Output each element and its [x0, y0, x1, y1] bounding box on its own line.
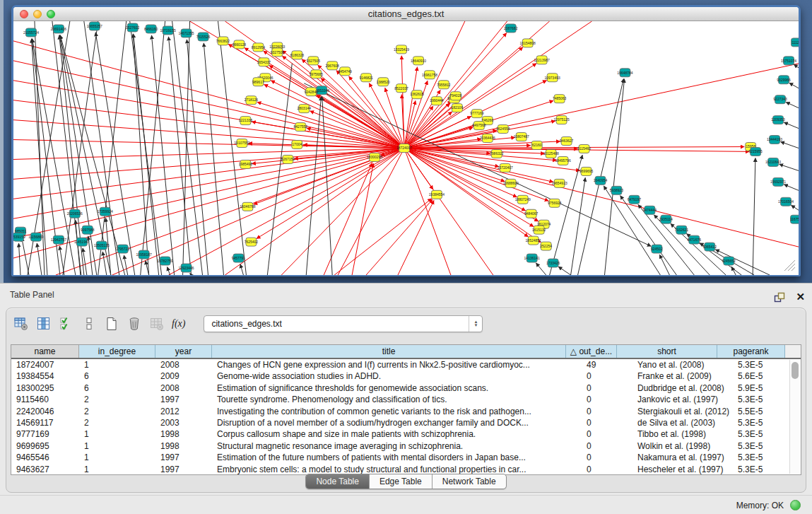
- cell-in_degree[interactable]: 2: [79, 394, 155, 405]
- cell-name[interactable]: 19384554: [11, 370, 79, 382]
- network-node[interactable]: 1985498: [239, 160, 253, 168]
- float-panel-icon[interactable]: [772, 289, 787, 305]
- network-node[interactable]: 11156869: [28, 233, 44, 241]
- tab-edge-table[interactable]: Edge Table: [370, 474, 433, 489]
- network-node[interactable]: 2087682: [504, 24, 518, 33]
- network-node[interactable]: 9463627: [560, 137, 574, 146]
- cell-in_degree[interactable]: 2: [79, 417, 155, 428]
- cell-name[interactable]: 9115460: [11, 394, 79, 405]
- delete-rows-icon[interactable]: [126, 316, 142, 332]
- network-node[interactable]: 16782759: [158, 257, 173, 265]
- cell-title[interactable]: Changes of HCN gene expression and I(f) …: [212, 359, 582, 370]
- network-node[interactable]: 9115460: [577, 145, 591, 153]
- resize-grip-icon[interactable]: [792, 267, 795, 271]
- network-node[interactable]: 14671355: [178, 29, 194, 37]
- network-node[interactable]: 1362615: [410, 90, 424, 99]
- cell-short[interactable]: Jankovic et al. (1997): [632, 394, 733, 405]
- cell-out_de[interactable]: 0: [582, 440, 632, 452]
- column-header-year[interactable]: year: [155, 345, 212, 358]
- network-node[interactable]: 20691406: [51, 25, 66, 33]
- network-node[interactable]: 8522037: [394, 84, 408, 93]
- network-node[interactable]: 9457791: [232, 254, 246, 262]
- network-node[interactable]: 8454749: [338, 67, 352, 76]
- network-node[interactable]: 10655257: [87, 22, 102, 30]
- window-close-icon[interactable]: [20, 10, 28, 18]
- network-node[interactable]: 16046788: [240, 202, 255, 211]
- column-header-short[interactable]: short: [617, 345, 717, 358]
- cell-title[interactable]: Disruption of a novel member of a sodium…: [212, 417, 582, 428]
- vertical-scrollbar[interactable]: [789, 360, 800, 474]
- cell-year[interactable]: 2008: [155, 382, 212, 394]
- network-node[interactable]: 9227343: [773, 95, 787, 104]
- network-node[interactable]: 1990444: [430, 97, 444, 105]
- network-node[interactable]: 10107552: [234, 139, 249, 148]
- network-node[interactable]: 10807487: [514, 133, 529, 141]
- network-node[interactable]: 62160: [531, 141, 542, 150]
- network-node[interactable]: 5975685: [310, 70, 324, 78]
- network-node[interactable]: 116753: [790, 215, 799, 223]
- scrollbar-thumb[interactable]: [792, 362, 799, 379]
- cell-out_de[interactable]: 0: [582, 452, 632, 463]
- cell-name[interactable]: 22420046: [11, 406, 79, 417]
- network-node[interactable]: 8471676: [688, 235, 702, 244]
- network-node[interactable]: 20364436: [480, 134, 495, 143]
- cell-name[interactable]: 18300295: [11, 382, 79, 394]
- network-node[interactable]: 1527602: [126, 23, 140, 32]
- network-node[interactable]: 12975125: [554, 116, 570, 124]
- network-node[interactable]: 10958187: [136, 250, 152, 259]
- network-node[interactable]: 2967608: [326, 62, 340, 70]
- network-node[interactable]: 9245652: [722, 257, 736, 265]
- cell-title[interactable]: Genome-wide association studies in ADHD.: [212, 370, 582, 382]
- network-node[interactable]: 7955812: [437, 81, 451, 89]
- network-node[interactable]: 12942757: [51, 235, 66, 244]
- cell-in_degree[interactable]: 1: [79, 359, 155, 370]
- cell-year[interactable]: 2009: [155, 370, 212, 382]
- column-header-pagerank[interactable]: pagerank: [717, 345, 785, 358]
- dropdown-stepper-icon[interactable]: ▲▼: [469, 316, 482, 332]
- cell-out_de[interactable]: 0: [582, 417, 632, 428]
- cell-in_degree[interactable]: 6: [79, 370, 155, 382]
- network-node[interactable]: 1209353: [771, 116, 785, 124]
- delete-table-icon[interactable]: [149, 316, 165, 332]
- cell-name[interactable]: 9465546: [11, 452, 79, 463]
- network-node[interactable]: 9215955: [748, 148, 763, 156]
- network-canvas[interactable]: 2105572420691406106552571527602846616010…: [13, 21, 799, 275]
- table-settings-icon[interactable]: [13, 316, 29, 332]
- network-node[interactable]: 9699695: [579, 167, 594, 175]
- network-node[interactable]: 19384554: [429, 190, 445, 199]
- cell-short[interactable]: Tibbo et al. (1998): [632, 428, 733, 440]
- network-node[interactable]: 252254: [540, 242, 552, 250]
- column-header-in_degree[interactable]: in_degree: [79, 345, 155, 358]
- network-node[interactable]: 9756928: [548, 199, 562, 207]
- network-node[interactable]: 8660128: [233, 40, 247, 49]
- network-node[interactable]: 1654337: [257, 58, 271, 66]
- cell-year[interactable]: 1998: [155, 428, 212, 440]
- network-node[interactable]: 989617: [252, 78, 264, 86]
- network-node[interactable]: 1388520: [376, 78, 390, 86]
- network-node[interactable]: 7932621: [675, 226, 689, 234]
- cell-name[interactable]: 14569117: [11, 417, 79, 428]
- network-node[interactable]: 9327505: [307, 57, 321, 65]
- network-node[interactable]: 8427552: [294, 123, 308, 132]
- cell-title[interactable]: Estimation of significance thresholds fo…: [212, 382, 582, 394]
- cell-in_degree[interactable]: 1: [79, 440, 155, 452]
- network-node[interactable]: 9484067: [524, 209, 539, 218]
- cell-out_de[interactable]: 0: [582, 382, 632, 394]
- network-node[interactable]: 10973493: [545, 74, 560, 82]
- cell-name[interactable]: 18724007: [11, 359, 79, 370]
- table-row[interactable]: 1456911722003Disruption of a novel membe…: [11, 417, 801, 428]
- new-table-icon[interactable]: [104, 316, 119, 332]
- network-node[interactable]: 16210643: [765, 158, 781, 166]
- network-node[interactable]: 9242848: [305, 88, 319, 96]
- network-node[interactable]: 1221338: [239, 117, 253, 125]
- cell-out_de[interactable]: 0: [582, 428, 632, 440]
- cell-title[interactable]: Structural magnetic resonance image aver…: [212, 440, 582, 452]
- network-node[interactable]: 19654923: [552, 179, 567, 187]
- network-node[interactable]: 7625402: [245, 238, 259, 246]
- cell-in_degree[interactable]: 2: [79, 406, 155, 417]
- network-node[interactable]: 20206536: [67, 209, 83, 218]
- network-node[interactable]: 21055724: [23, 28, 39, 37]
- row-height-icon[interactable]: [81, 316, 97, 332]
- network-window[interactable]: citations_edges.txt 21055724206914061065…: [11, 5, 801, 276]
- network-node[interactable]: 1640954: [594, 176, 608, 185]
